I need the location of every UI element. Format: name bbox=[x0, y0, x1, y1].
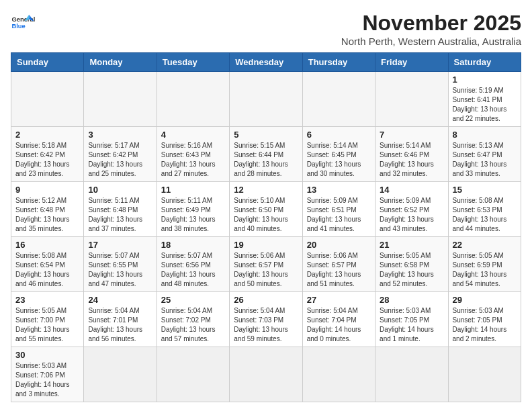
day-number: 1 bbox=[453, 75, 517, 85]
day-info: Sunrise: 5:03 AM Sunset: 7:05 PM Dayligh… bbox=[380, 306, 443, 344]
day-number: 22 bbox=[453, 240, 517, 250]
day-header-friday: Friday bbox=[375, 53, 448, 72]
day-info: Sunrise: 5:18 AM Sunset: 6:42 PM Dayligh… bbox=[15, 141, 79, 179]
day-info: Sunrise: 5:07 AM Sunset: 6:55 PM Dayligh… bbox=[88, 251, 152, 289]
day-cell: 21Sunrise: 5:05 AM Sunset: 6:58 PM Dayli… bbox=[375, 237, 448, 292]
day-cell: 18Sunrise: 5:07 AM Sunset: 6:56 PM Dayli… bbox=[157, 237, 229, 292]
day-number: 7 bbox=[380, 130, 443, 140]
day-cell: 6Sunrise: 5:14 AM Sunset: 6:45 PM Daylig… bbox=[302, 127, 375, 182]
day-number: 10 bbox=[88, 185, 152, 195]
day-cell: 25Sunrise: 5:04 AM Sunset: 7:02 PM Dayli… bbox=[157, 292, 229, 347]
day-number: 3 bbox=[88, 130, 152, 140]
day-info: Sunrise: 5:12 AM Sunset: 6:48 PM Dayligh… bbox=[15, 196, 79, 234]
day-header-monday: Monday bbox=[84, 53, 157, 72]
day-info: Sunrise: 5:04 AM Sunset: 7:03 PM Dayligh… bbox=[234, 306, 298, 344]
day-number: 6 bbox=[307, 130, 371, 140]
day-cell: 14Sunrise: 5:09 AM Sunset: 6:52 PM Dayli… bbox=[375, 182, 448, 237]
day-number: 29 bbox=[453, 295, 517, 305]
day-cell bbox=[302, 347, 375, 402]
day-info: Sunrise: 5:04 AM Sunset: 7:01 PM Dayligh… bbox=[88, 306, 152, 344]
day-cell: 4Sunrise: 5:16 AM Sunset: 6:43 PM Daylig… bbox=[157, 127, 229, 182]
day-cell bbox=[230, 72, 302, 127]
day-cell bbox=[375, 72, 448, 127]
day-cell: 16Sunrise: 5:08 AM Sunset: 6:54 PM Dayli… bbox=[11, 237, 84, 292]
day-number: 17 bbox=[88, 240, 152, 250]
day-header-sunday: Sunday bbox=[11, 53, 84, 72]
day-cell: 12Sunrise: 5:10 AM Sunset: 6:50 PM Dayli… bbox=[230, 182, 302, 237]
day-number: 2 bbox=[15, 130, 79, 140]
day-info: Sunrise: 5:03 AM Sunset: 7:05 PM Dayligh… bbox=[453, 306, 517, 344]
day-number: 19 bbox=[234, 240, 298, 250]
day-number: 24 bbox=[88, 295, 152, 305]
day-number: 20 bbox=[307, 240, 371, 250]
day-number: 26 bbox=[234, 295, 298, 305]
day-cell: 22Sunrise: 5:05 AM Sunset: 6:59 PM Dayli… bbox=[448, 237, 521, 292]
day-cell: 5Sunrise: 5:15 AM Sunset: 6:44 PM Daylig… bbox=[230, 127, 302, 182]
day-cell: 30Sunrise: 5:03 AM Sunset: 7:06 PM Dayli… bbox=[11, 347, 84, 402]
day-cell bbox=[84, 72, 157, 127]
day-cell: 17Sunrise: 5:07 AM Sunset: 6:55 PM Dayli… bbox=[84, 237, 157, 292]
day-number: 12 bbox=[234, 185, 298, 195]
week-row-4: 16Sunrise: 5:08 AM Sunset: 6:54 PM Dayli… bbox=[11, 237, 521, 292]
day-cell: 28Sunrise: 5:03 AM Sunset: 7:05 PM Dayli… bbox=[375, 292, 448, 347]
day-cell: 26Sunrise: 5:04 AM Sunset: 7:03 PM Dayli… bbox=[230, 292, 302, 347]
day-cell: 27Sunrise: 5:04 AM Sunset: 7:04 PM Dayli… bbox=[302, 292, 375, 347]
day-info: Sunrise: 5:14 AM Sunset: 6:45 PM Dayligh… bbox=[307, 141, 371, 179]
week-row-2: 2Sunrise: 5:18 AM Sunset: 6:42 PM Daylig… bbox=[11, 127, 521, 182]
day-info: Sunrise: 5:14 AM Sunset: 6:46 PM Dayligh… bbox=[380, 141, 443, 179]
day-header-thursday: Thursday bbox=[302, 53, 375, 72]
day-cell bbox=[448, 347, 521, 402]
day-info: Sunrise: 5:19 AM Sunset: 6:41 PM Dayligh… bbox=[453, 86, 517, 124]
day-info: Sunrise: 5:17 AM Sunset: 6:42 PM Dayligh… bbox=[88, 141, 152, 179]
day-info: Sunrise: 5:06 AM Sunset: 6:57 PM Dayligh… bbox=[234, 251, 298, 289]
day-cell: 19Sunrise: 5:06 AM Sunset: 6:57 PM Dayli… bbox=[230, 237, 302, 292]
day-number: 16 bbox=[15, 240, 79, 250]
day-info: Sunrise: 5:16 AM Sunset: 6:43 PM Dayligh… bbox=[161, 141, 225, 179]
day-info: Sunrise: 5:15 AM Sunset: 6:44 PM Dayligh… bbox=[234, 141, 298, 179]
day-info: Sunrise: 5:11 AM Sunset: 6:48 PM Dayligh… bbox=[88, 196, 152, 234]
day-info: Sunrise: 5:08 AM Sunset: 6:53 PM Dayligh… bbox=[453, 196, 517, 234]
day-number: 9 bbox=[15, 185, 79, 195]
day-info: Sunrise: 5:03 AM Sunset: 7:06 PM Dayligh… bbox=[15, 361, 79, 399]
day-cell bbox=[230, 347, 302, 402]
day-cell: 9Sunrise: 5:12 AM Sunset: 6:48 PM Daylig… bbox=[11, 182, 84, 237]
title-area: November 2025 North Perth, Western Austr… bbox=[341, 11, 521, 47]
day-number: 8 bbox=[453, 130, 517, 140]
day-cell: 2Sunrise: 5:18 AM Sunset: 6:42 PM Daylig… bbox=[11, 127, 84, 182]
page-header: General Blue November 2025 North Perth, … bbox=[11, 11, 521, 47]
day-info: Sunrise: 5:07 AM Sunset: 6:56 PM Dayligh… bbox=[161, 251, 225, 289]
day-cell bbox=[11, 72, 84, 127]
day-number: 21 bbox=[380, 240, 443, 250]
day-number: 30 bbox=[15, 350, 79, 360]
day-number: 18 bbox=[161, 240, 225, 250]
day-info: Sunrise: 5:05 AM Sunset: 6:58 PM Dayligh… bbox=[380, 251, 443, 289]
day-cell: 29Sunrise: 5:03 AM Sunset: 7:05 PM Dayli… bbox=[448, 292, 521, 347]
day-info: Sunrise: 5:08 AM Sunset: 6:54 PM Dayligh… bbox=[15, 251, 79, 289]
location-title: North Perth, Western Australia, Australi… bbox=[341, 36, 521, 47]
day-number: 27 bbox=[307, 295, 371, 305]
day-cell: 23Sunrise: 5:05 AM Sunset: 7:00 PM Dayli… bbox=[11, 292, 84, 347]
day-info: Sunrise: 5:04 AM Sunset: 7:02 PM Dayligh… bbox=[161, 306, 225, 344]
day-cell: 3Sunrise: 5:17 AM Sunset: 6:42 PM Daylig… bbox=[84, 127, 157, 182]
logo-icon: General Blue bbox=[11, 11, 35, 35]
day-info: Sunrise: 5:05 AM Sunset: 7:00 PM Dayligh… bbox=[15, 306, 79, 344]
day-info: Sunrise: 5:13 AM Sunset: 6:47 PM Dayligh… bbox=[453, 141, 517, 179]
day-number: 14 bbox=[380, 185, 443, 195]
day-cell bbox=[157, 72, 229, 127]
day-info: Sunrise: 5:10 AM Sunset: 6:50 PM Dayligh… bbox=[234, 196, 298, 234]
day-number: 4 bbox=[161, 130, 225, 140]
week-row-1: 1Sunrise: 5:19 AM Sunset: 6:41 PM Daylig… bbox=[11, 72, 521, 127]
logo: General Blue bbox=[11, 11, 35, 35]
day-info: Sunrise: 5:09 AM Sunset: 6:52 PM Dayligh… bbox=[380, 196, 443, 234]
day-cell: 10Sunrise: 5:11 AM Sunset: 6:48 PM Dayli… bbox=[84, 182, 157, 237]
day-cell: 8Sunrise: 5:13 AM Sunset: 6:47 PM Daylig… bbox=[448, 127, 521, 182]
day-cell bbox=[375, 347, 448, 402]
day-info: Sunrise: 5:05 AM Sunset: 6:59 PM Dayligh… bbox=[453, 251, 517, 289]
day-cell: 20Sunrise: 5:06 AM Sunset: 6:57 PM Dayli… bbox=[302, 237, 375, 292]
week-row-3: 9Sunrise: 5:12 AM Sunset: 6:48 PM Daylig… bbox=[11, 182, 521, 237]
week-row-5: 23Sunrise: 5:05 AM Sunset: 7:00 PM Dayli… bbox=[11, 292, 521, 347]
day-cell: 1Sunrise: 5:19 AM Sunset: 6:41 PM Daylig… bbox=[448, 72, 521, 127]
day-cell: 13Sunrise: 5:09 AM Sunset: 6:51 PM Dayli… bbox=[302, 182, 375, 237]
day-header-saturday: Saturday bbox=[448, 53, 521, 72]
day-number: 5 bbox=[234, 130, 298, 140]
